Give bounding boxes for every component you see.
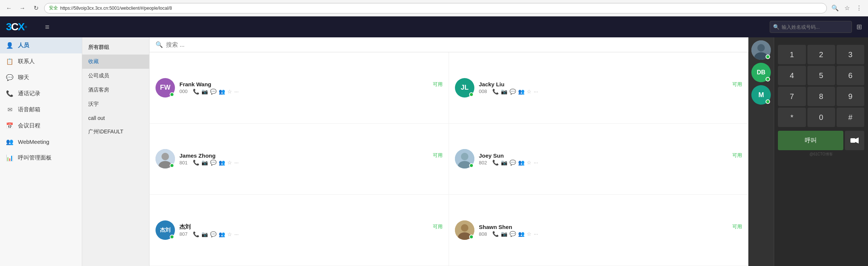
call-icon[interactable]: 📞: [492, 160, 499, 166]
status-dot-joey-sun: [469, 163, 474, 168]
chat-icon[interactable]: 💬: [510, 231, 516, 237]
dial-7[interactable]: 7: [778, 87, 806, 106]
top-search-bar[interactable]: 🔍: [770, 21, 852, 33]
call-icon[interactable]: 📞: [492, 89, 499, 95]
person-card-frank-wang[interactable]: FW Frank Wang 可用 000 📞: [150, 52, 449, 124]
person-name-row: Shawn Shen 可用: [479, 223, 742, 230]
more-icon[interactable]: ···: [534, 231, 538, 237]
video-icon[interactable]: 📷: [201, 160, 208, 166]
sidebar-item-contacts[interactable]: 📋 联系人: [0, 53, 82, 69]
chat-icon[interactable]: 💬: [210, 89, 216, 95]
people-search-bar[interactable]: 🔍: [150, 37, 748, 52]
more-icon[interactable]: ···: [234, 160, 239, 166]
video-call-button[interactable]: [845, 131, 864, 150]
calendar-icon: 📅: [6, 122, 13, 129]
more-icon[interactable]: ···: [534, 89, 538, 95]
star-icon[interactable]: ☆: [527, 231, 532, 237]
top-search-input[interactable]: [782, 24, 847, 30]
video-icon[interactable]: 📷: [501, 89, 507, 95]
dial-5[interactable]: 5: [807, 66, 835, 85]
action-icons: 📞 📷 💬 👥 ☆ ···: [193, 89, 239, 95]
video-icon[interactable]: 📷: [201, 231, 208, 237]
person-card-james-zhong[interactable]: James Zhong 可用 801 📞 📷 💬 👥 ☆ ··: [150, 124, 449, 195]
dial-0[interactable]: 0: [807, 108, 835, 127]
dial-4[interactable]: 4: [778, 66, 806, 85]
video-icon[interactable]: 📷: [201, 89, 208, 95]
call-icon[interactable]: 📞: [193, 231, 199, 237]
video-icon[interactable]: 📷: [501, 231, 507, 237]
person-card-jie-liu[interactable]: 杰刘 杰刘 可用 807 📞 📷: [150, 195, 449, 266]
video-icon[interactable]: 📷: [501, 160, 507, 166]
person-card-joey-sun[interactable]: Joey Sun 可用 802 📞 📷 💬 👥 ☆ ···: [449, 124, 748, 195]
back-button[interactable]: ←: [4, 3, 14, 13]
person-name: Frank Wang: [179, 81, 211, 87]
person-card-shawn-shen[interactable]: Shawn Shen 可用 808 📞 📷 💬 👥 ☆ ···: [449, 195, 748, 266]
dial-3[interactable]: 3: [837, 45, 864, 64]
chat-icon[interactable]: 💬: [510, 160, 516, 166]
avatar-initials: FW: [160, 84, 170, 92]
more-icon[interactable]: ···: [234, 89, 239, 95]
group-icon[interactable]: 👥: [518, 231, 524, 237]
group-icon[interactable]: 👥: [518, 89, 524, 95]
dial-star[interactable]: *: [778, 108, 806, 127]
group-icon[interactable]: 👥: [518, 160, 524, 166]
svg-marker-13: [855, 137, 859, 143]
call-icon[interactable]: 📞: [193, 89, 199, 95]
person-ext: 808: [479, 231, 487, 237]
dial-6[interactable]: 6: [837, 66, 864, 85]
call-button[interactable]: 呼叫: [778, 131, 843, 150]
more-icon[interactable]: ···: [534, 160, 538, 166]
sidebar-label-call-history: 通话记录: [18, 90, 40, 97]
person-card-jacky-liu[interactable]: JL Jacky Liu 可用 008 📞 �: [449, 52, 748, 124]
bookmark-button[interactable]: ☆: [842, 3, 852, 13]
sidebar-item-people[interactable]: 👤 人员: [0, 37, 82, 53]
call-icon[interactable]: 📞: [193, 160, 199, 166]
group-item-woyu[interactable]: 沃宇: [82, 97, 149, 111]
reload-button[interactable]: ↻: [31, 3, 41, 13]
dial-hash[interactable]: #: [837, 108, 864, 127]
menu-button[interactable]: ⋮: [854, 3, 864, 13]
group-item-callout[interactable]: call out: [82, 111, 149, 125]
group-item-hotel[interactable]: 酒店客房: [82, 83, 149, 97]
sidebar-item-webmeeting[interactable]: 👥 WebMeeting: [0, 134, 82, 150]
sidebar-item-voicemail[interactable]: ✉ 语音邮箱: [0, 102, 82, 118]
star-icon[interactable]: ☆: [527, 160, 532, 166]
star-icon[interactable]: ☆: [227, 160, 232, 166]
group-icon[interactable]: 👥: [219, 89, 225, 95]
call-icon[interactable]: 📞: [492, 231, 499, 237]
svg-rect-12: [850, 138, 855, 143]
address-bar[interactable]: 安全 https://58voip3cx.3cx.cn:5001/webclie…: [44, 3, 827, 13]
watermark: @61CTO博客: [810, 152, 833, 157]
chat-icon[interactable]: 💬: [210, 231, 216, 237]
group-item-company[interactable]: 公司成员: [82, 69, 149, 83]
group-icon[interactable]: 👥: [219, 231, 225, 237]
people-search-input[interactable]: [166, 41, 742, 48]
star-icon[interactable]: ☆: [527, 89, 532, 95]
avatar-container-shawn-shen: [455, 220, 474, 240]
forward-button[interactable]: →: [17, 3, 28, 13]
sidebar-item-calendar[interactable]: 📅 会议日程: [0, 118, 82, 134]
hamburger-button[interactable]: ≡: [42, 20, 52, 34]
more-icon[interactable]: ···: [234, 231, 239, 237]
avatar-container-jacky-liu: JL: [455, 78, 474, 98]
chat-icon[interactable]: 💬: [510, 89, 516, 95]
group-icon[interactable]: 👥: [219, 160, 225, 166]
person-status: 可用: [433, 81, 443, 88]
chat-icon[interactable]: 💬: [210, 160, 216, 166]
star-icon[interactable]: ☆: [227, 231, 232, 237]
sidebar-item-call-dashboard[interactable]: 📊 呼叫管理面板: [0, 150, 82, 166]
right-status-dot-m: [766, 99, 770, 104]
dial-9[interactable]: 9: [837, 87, 864, 106]
person-ext-row: 000 📞 📷 💬 👥 ☆ ···: [179, 89, 443, 95]
sidebar-item-chat[interactable]: 💬 聊天: [0, 69, 82, 86]
dial-8[interactable]: 8: [807, 87, 835, 106]
dial-1[interactable]: 1: [778, 45, 806, 64]
group-item-guangzhou[interactable]: 广州\DEFAULT: [82, 125, 149, 139]
person-status: 可用: [732, 223, 742, 230]
group-item-favorites[interactable]: 收藏: [82, 55, 149, 69]
star-icon[interactable]: ☆: [227, 89, 232, 95]
dial-2[interactable]: 2: [807, 45, 835, 64]
grid-view-icon[interactable]: ⊞: [856, 23, 862, 31]
sidebar-item-call-history[interactable]: 📞 通话记录: [0, 86, 82, 102]
browser-search-button[interactable]: 🔍: [830, 3, 840, 13]
